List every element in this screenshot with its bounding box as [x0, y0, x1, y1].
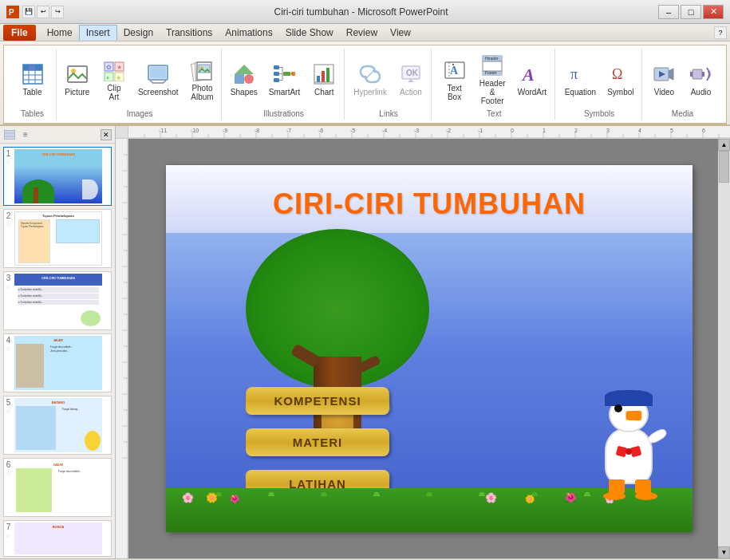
review-menu[interactable]: Review	[340, 26, 384, 40]
screenshot-button[interactable]: Screenshot	[134, 59, 183, 100]
slide-preview-2: Tujuan Pembelajaran Standar KompetensiTu…	[14, 211, 102, 266]
svg-line-50	[368, 72, 373, 77]
scroll-up[interactable]: ▲	[718, 139, 730, 151]
slide-thumb-5[interactable]: 5 ☆ BATANG Fungsi batang...	[3, 396, 112, 455]
menu-bar: File Home Insert Design Transitions Anim…	[0, 24, 730, 41]
tables-group-label: Tables	[21, 109, 44, 118]
smartart-button[interactable]: SmartArt	[265, 59, 304, 100]
picture-button[interactable]: Picture	[61, 59, 94, 100]
svg-text:-9: -9	[223, 128, 227, 133]
svg-text:2: 2	[574, 128, 578, 133]
design-menu[interactable]: Design	[117, 26, 160, 40]
textbox-button[interactable]: A TextBox	[438, 55, 471, 104]
insert-menu[interactable]: Insert	[79, 25, 117, 40]
equation-button[interactable]: π Equation	[561, 59, 600, 100]
quick-access-undo[interactable]: ↩	[37, 6, 49, 18]
slide-thumb-7[interactable]: 7 ☆ BUNGA	[3, 520, 112, 557]
links-items: Hyperlink OK Action	[349, 50, 428, 108]
slide-star-6: ☆	[6, 470, 11, 477]
svg-rect-32	[235, 74, 244, 84]
slideshow-menu[interactable]: Slide Show	[279, 26, 340, 40]
shapes-button[interactable]: Shapes	[227, 59, 262, 100]
panel-close-button[interactable]: ✕	[101, 129, 112, 140]
audio-button[interactable]: Audio	[684, 59, 717, 100]
sign-materi[interactable]: MATERI	[246, 428, 389, 456]
svg-rect-37	[274, 78, 279, 82]
quick-access-redo[interactable]: ↪	[51, 6, 64, 18]
maximize-button[interactable]: □	[681, 5, 701, 19]
photoalbum-button[interactable]: PhotoAlbum	[185, 55, 219, 104]
slide-preview-6: DAUN Fungsi daun adalah...	[14, 460, 102, 515]
svg-rect-8	[23, 65, 29, 70]
scroll-thumb[interactable]	[719, 151, 729, 183]
help-icon[interactable]: ?	[714, 26, 727, 39]
ruler-area: -11 -10 -9 -8 -7	[116, 126, 730, 139]
links-group-label: Links	[379, 109, 397, 118]
slide-num-2: 2	[6, 211, 11, 220]
wordart-button[interactable]: A WordArt	[514, 59, 550, 100]
table-button[interactable]: Table	[16, 59, 49, 100]
scrollbar-vertical[interactable]: ▲ ▼	[718, 139, 730, 558]
hyperlink-button[interactable]: Hyperlink	[349, 59, 391, 100]
slide-preview-3: CIRI-CIRI TUMBUHAN ● Tumbuhan memiliki..…	[14, 274, 102, 328]
svg-text:♦: ♦	[106, 74, 109, 81]
svg-text:Footer: Footer	[485, 70, 497, 75]
svg-text:-1: -1	[478, 128, 483, 133]
video-button[interactable]: Video	[647, 59, 681, 100]
home-menu[interactable]: Home	[41, 26, 79, 40]
slide-thumb-3[interactable]: 3 ☆ CIRI-CIRI TUMBUHAN ● Tumbuhan memili…	[3, 271, 112, 330]
svg-text:A: A	[521, 65, 535, 85]
slide-thumb-2[interactable]: 2 ☆ Tujuan Pembelajaran Standar Kompeten…	[3, 209, 112, 268]
svg-rect-44	[291, 72, 295, 76]
ribbon-group-images: Picture ✿ ★ ♦ ♣	[58, 49, 222, 120]
slide-preview-4: AKAR Fungsi akar adalah...Jenis-jenis ak…	[14, 336, 102, 390]
svg-point-33	[244, 74, 254, 84]
action-button[interactable]: OK Action	[394, 59, 428, 100]
chart-button[interactable]: Chart	[307, 59, 341, 100]
screenshot-icon	[145, 61, 171, 87]
svg-text:6: 6	[702, 128, 705, 133]
svg-rect-10	[35, 65, 42, 70]
slide-thumb-1[interactable]: 1 ☆ CIRI-CIRI TUMBUHAN	[3, 147, 112, 206]
minimize-button[interactable]: –	[658, 5, 679, 19]
sign-kompetensi[interactable]: KOMPETENSI	[246, 387, 390, 415]
clipart-button[interactable]: ✿ ★ ♦ ♣ Clip Art	[97, 55, 131, 104]
slide-thumb-4[interactable]: 4 ☆ AKAR Fungsi akar adalah...Jenis-jeni…	[3, 333, 112, 392]
symbol-button[interactable]: Ω Symbol	[603, 59, 637, 100]
view-menu[interactable]: View	[384, 26, 417, 40]
svg-text:★: ★	[116, 64, 122, 71]
svg-text:-3: -3	[414, 128, 419, 133]
transitions-menu[interactable]: Transitions	[160, 26, 219, 40]
animations-menu[interactable]: Animations	[219, 26, 278, 40]
wordart-icon: A	[519, 61, 545, 87]
svg-text:-11: -11	[159, 128, 167, 133]
svg-text:-6: -6	[318, 128, 323, 133]
svg-text:-7: -7	[286, 128, 291, 133]
scroll-down[interactable]: ▼	[718, 546, 730, 558]
textbox-icon: A	[442, 57, 468, 83]
scroll-track[interactable]	[718, 151, 730, 546]
svg-text:1: 1	[543, 128, 546, 133]
slide-num-3: 3	[6, 274, 11, 282]
svg-marker-71	[690, 72, 693, 77]
slide-num-7: 7	[6, 523, 11, 531]
svg-rect-36	[274, 72, 279, 76]
picture-icon	[65, 61, 90, 87]
file-menu[interactable]: File	[3, 25, 36, 41]
smartart-label: SmartArt	[269, 88, 300, 97]
headerfooter-button[interactable]: Header Footer Header& Footer	[474, 50, 511, 108]
table-icon	[20, 61, 45, 87]
svg-text:π: π	[570, 66, 578, 82]
slide-star-1: ☆	[6, 159, 11, 166]
svg-text:OK: OK	[406, 69, 419, 77]
slide-thumb-6[interactable]: 6 ☆ DAUN Fungsi daun adalah...	[3, 458, 112, 517]
text-items: A TextBox Header	[438, 50, 550, 108]
headerfooter-label: Header& Footer	[478, 79, 507, 105]
ribbon-group-illustrations: Shapes	[223, 49, 345, 120]
audio-label: Audio	[691, 88, 712, 97]
svg-rect-70	[693, 69, 702, 79]
quick-access-save[interactable]: 💾	[22, 6, 35, 18]
action-icon: OK	[398, 61, 424, 87]
close-button[interactable]: ✕	[703, 5, 724, 19]
slide-preview-7: BUNGA	[14, 523, 102, 554]
